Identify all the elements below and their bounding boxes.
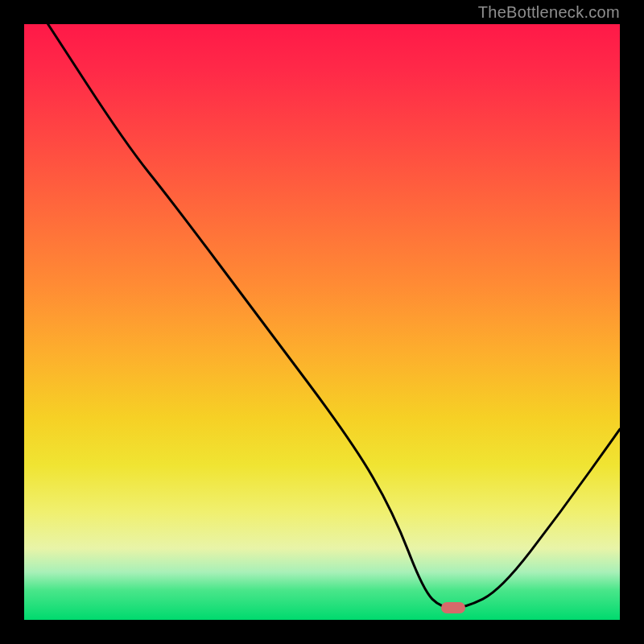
chart-frame: TheBottleneck.com <box>0 0 644 644</box>
plot-area <box>24 24 620 620</box>
curve-path <box>48 24 620 608</box>
optimal-marker <box>441 602 465 613</box>
bottleneck-curve <box>24 24 620 620</box>
watermark-text: TheBottleneck.com <box>478 3 620 22</box>
